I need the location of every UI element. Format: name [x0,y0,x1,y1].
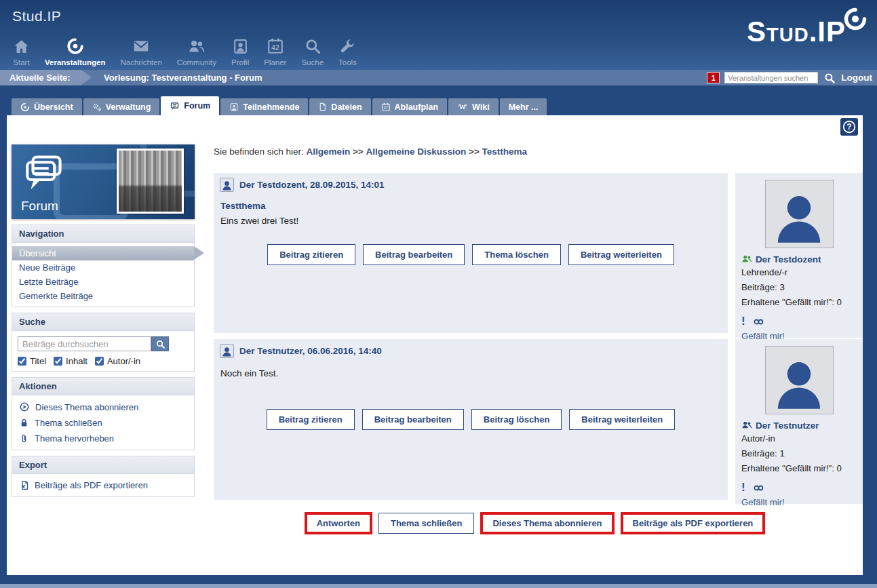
nav-item-profil[interactable]: Profil [224,36,256,66]
author-mini-avatar[interactable] [220,344,234,358]
tab-verwaltung[interactable]: Verwaltung [83,98,160,115]
person-card-icon [229,102,239,112]
nav-item-tools[interactable]: Tools [331,36,364,66]
checkbox-label[interactable]: Inhalt [66,356,87,366]
forum-breadcrumb: Sie befinden sich hier: Allgemein >> All… [214,146,527,157]
action-abonnieren[interactable]: Dieses Thema abonnieren [12,399,194,415]
action-label: Thema schließen [35,418,102,428]
author-like-count: Erhaltene "Gefällt mir!": 0 [741,462,857,475]
author-name-link[interactable]: Der Testdozent [756,254,821,264]
tab-uebersicht[interactable]: Übersicht [12,98,82,115]
sidebar-item-neue-beitraege[interactable]: Neue Beiträge [12,260,194,275]
notification-badge[interactable]: 1 [707,73,719,83]
tab-mehr[interactable]: Mehr ... [500,98,547,115]
breadcrumb-link-allgemeine-diskussion[interactable]: Allgemeine Diskussion [366,146,466,157]
checkbox-titel[interactable] [18,357,26,366]
tab-label: Ablaufplan [395,102,439,112]
checkbox-autor[interactable] [95,357,104,366]
sidebar-item-gemerkte-beitraege[interactable]: Gemerkte Beiträge [12,289,194,303]
search-submit-icon[interactable] [823,72,836,84]
beitrag-zitieren-button[interactable]: Beitrag zitieren [267,244,355,265]
tab-label: Dateien [331,102,362,112]
author-mini-avatar[interactable] [220,178,234,192]
community-icon [187,36,206,56]
group-icon [741,420,752,431]
checkbox-inhalt[interactable] [54,357,62,366]
beitrag-zitieren-button[interactable]: Beitrag zitieren [267,409,355,430]
forum-search-button[interactable] [151,336,169,351]
author-name-link[interactable]: Der Testnutzer [756,420,819,431]
nav-label: Tools [338,58,357,66]
search-box: Suche Titel Inhalt Autor/-in [12,313,195,372]
antworten-button[interactable]: Antworten [305,512,372,534]
breadcrumb-separator: >> [353,146,364,157]
tab-band: Übersicht Verwaltung Forum Teilnehmende … [0,85,877,115]
calendar-42-icon [267,36,284,56]
tab-ablaufplan[interactable]: Ablaufplan [372,98,448,115]
thema-schliessen-button[interactable]: Thema schließen [378,513,474,534]
studip-page: Stud.IP Start Veranstaltungen Nachrichte… [0,0,877,588]
post-text: Eins zwei drei Test! [220,216,728,226]
current-page-bar: Aktuelle Seite: Vorlesung: Testveranstal… [0,70,877,85]
navigation-box: Navigation Übersicht Neue Beiträge Letzt… [12,224,195,307]
thema-abonnieren-button[interactable]: Dieses Thema abonnieren [480,512,614,534]
report-icon[interactable]: ! [741,315,745,328]
sidebar-item-letzte-beitraege[interactable]: Letzte Beiträge [12,275,194,289]
nav-label: Veranstaltungen [45,58,105,66]
permalink-chain-icon[interactable] [753,482,764,494]
author-avatar[interactable] [765,346,834,414]
thema-loeschen-button[interactable]: Thema löschen [472,244,561,265]
gears-icon [92,102,102,112]
banner-title: Forum [21,199,58,214]
action-thema-hervorheben[interactable]: Thema hervorheben [12,431,194,446]
breadcrumb-link-testthema[interactable]: Testthema [482,146,528,157]
author-avatar[interactable] [765,180,834,248]
pdf-exportieren-button[interactable]: Beiträge als PDF exportieren [621,512,766,534]
like-link[interactable]: Gefällt mir! [741,497,857,507]
beitrag-bearbeiten-button[interactable]: Beitrag bearbeiten [362,409,464,430]
studip-logo: Stud.IP [747,18,846,46]
tab-forum[interactable]: Forum [161,96,219,115]
beitrag-loeschen-button[interactable]: Beitrag löschen [471,409,562,430]
nav-item-suche[interactable]: Suche [294,36,331,66]
group-icon [741,254,752,264]
breadcrumb-link-allgemein[interactable]: Allgemein [307,146,351,157]
tab-wiki[interactable]: Wiki [448,98,499,115]
author-post-count: Beiträge: 3 [741,281,857,294]
nav-item-start[interactable]: Start [5,36,37,66]
mail-icon [132,36,150,56]
beitrag-bearbeiten-button[interactable]: Beitrag bearbeiten [363,244,465,265]
topic-action-buttons: Antworten Thema schließen Dieses Thema a… [207,512,863,534]
logout-link[interactable]: Logout [841,73,872,83]
forum-search-input[interactable] [18,336,151,351]
course-search-input[interactable] [724,72,818,83]
app-title: Stud.IP [12,8,61,24]
action-label: Dieses Thema abonnieren [35,402,138,412]
checkbox-label[interactable]: Titel [30,356,46,366]
nav-item-veranstaltungen[interactable]: Veranstaltungen [37,36,113,66]
action-label: Beiträge als PDF exportieren [35,480,148,490]
report-icon[interactable]: ! [741,481,745,494]
nav-label: Profil [231,58,249,66]
tab-dateien[interactable]: Dateien [309,98,370,115]
post-author-line[interactable]: Der Testdozent, 28.09.2015, 14:01 [239,180,385,190]
checkbox-label[interactable]: Autor/-in [107,356,140,366]
sidebar-item-uebersicht[interactable]: Übersicht [12,246,194,260]
actions-box-title: Aktionen [12,378,194,395]
post-text: Noch ein Test. [220,368,728,378]
nav-item-planer[interactable]: Planer [256,36,294,66]
permalink-chain-icon[interactable] [753,316,764,328]
nav-item-nachrichten[interactable]: Nachrichten [113,36,169,66]
forum-banner: Forum [12,144,195,219]
beitrag-weiterleiten-button[interactable]: Beitrag weiterleiten [568,244,674,265]
action-thema-schliessen[interactable]: Thema schließen [12,415,194,431]
post-author-line[interactable]: Der Testnutzer, 06.06.2016, 14:40 [239,346,382,356]
nav-item-community[interactable]: Community [170,36,224,66]
current-page-label: Aktuelle Seite: [9,70,71,85]
tab-teilnehmende[interactable]: Teilnehmende [220,98,308,115]
actions-box: Aktionen Dieses Thema abonnieren Thema s… [12,377,195,450]
paperclip-icon [19,433,29,444]
action-pdf-export[interactable]: Beiträge als PDF exportieren [12,477,194,493]
beitrag-weiterleiten-button[interactable]: Beitrag weiterleiten [569,409,675,430]
action-label: Thema hervorheben [35,433,114,444]
